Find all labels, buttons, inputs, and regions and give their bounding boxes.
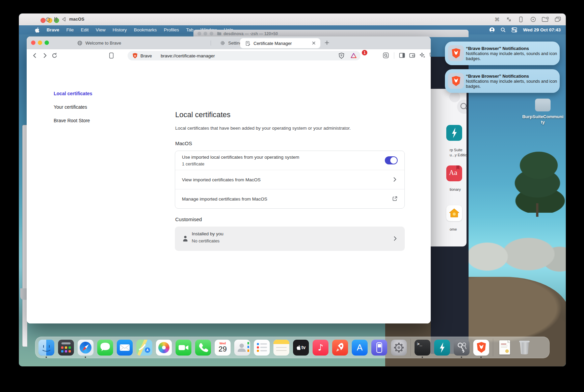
- dock-contacts[interactable]: [234, 340, 250, 356]
- dock-mail[interactable]: [117, 340, 133, 356]
- dock-divider: [410, 339, 411, 356]
- menu-item-file[interactable]: File: [67, 27, 74, 32]
- menu-item-history[interactable]: History: [113, 27, 127, 32]
- dock-calendar[interactable]: Wed 29: [215, 340, 231, 356]
- apple-menu[interactable]: [35, 27, 39, 33]
- sidebar-item-local-certificates[interactable]: Local certificates: [54, 91, 92, 96]
- tab-label: Certificate Manager: [254, 41, 292, 46]
- certificate-manager-page: Local certificates Your certificates Bra…: [27, 62, 431, 323]
- dock-maps[interactable]: [136, 340, 152, 356]
- dock-app-store[interactable]: A: [352, 340, 368, 356]
- window-zoom-button[interactable]: [45, 41, 49, 45]
- power-icon[interactable]: [45, 16, 51, 22]
- url-bar[interactable]: Brave brave://certificate-manager 1: [128, 51, 361, 60]
- dictionary-ios-icon[interactable]: Aa: [446, 165, 462, 181]
- chevron-right-icon: [393, 177, 396, 182]
- command-key-icon[interactable]: ⌘: [495, 17, 500, 23]
- gear-icon: [220, 41, 225, 46]
- dock-notes[interactable]: [273, 340, 289, 356]
- url-text[interactable]: brave://certificate-manager: [161, 53, 215, 58]
- brave-shield-site-icon[interactable]: [132, 53, 138, 59]
- dock-facetime[interactable]: [176, 340, 191, 356]
- user-account-icon[interactable]: [489, 27, 495, 33]
- pine-tree: [505, 147, 566, 213]
- resize-arrows-icon[interactable]: [506, 17, 511, 22]
- installed-by-you-card[interactable]: Installed by you No certificates: [175, 227, 405, 251]
- menu-item-brave[interactable]: Brave: [47, 27, 59, 32]
- view-imported-certificates-row[interactable]: View imported certificates from MacOS: [175, 170, 404, 189]
- reload-button[interactable]: [51, 52, 58, 59]
- notification-banner[interactable]: “Brave Browser” Notifications Notificati…: [445, 42, 560, 65]
- menu-item-profiles[interactable]: Profiles: [164, 27, 179, 32]
- ios-app-label: tionary: [450, 187, 467, 191]
- dock-terminal[interactable]: >_: [415, 340, 430, 356]
- back-button[interactable]: [32, 52, 38, 59]
- pause-icon[interactable]: [54, 17, 58, 22]
- dock-messages[interactable]: [97, 340, 113, 356]
- forward-button[interactable]: [42, 52, 48, 59]
- burpsuite-desktop-icon[interactable]: [535, 99, 551, 111]
- notification-title: “Brave Browser” Notifications: [466, 46, 529, 51]
- window-minimize-button[interactable]: [38, 41, 42, 45]
- tab-certificate-manager[interactable]: Certificate Manager: [240, 38, 320, 48]
- dock-rocket[interactable]: [332, 340, 348, 356]
- sidebar-item-brave-root-store[interactable]: Brave Root Store: [54, 118, 90, 123]
- step-back-icon[interactable]: [61, 17, 66, 22]
- dock-trash[interactable]: [516, 340, 532, 356]
- lake-rocks: [459, 226, 566, 277]
- use-imported-certificates-toggle[interactable]: [385, 156, 398, 164]
- control-center-icon[interactable]: [511, 27, 517, 32]
- vpn-shield-icon[interactable]: [429, 52, 431, 58]
- dock-music[interactable]: ♪: [313, 340, 328, 356]
- brave-shields-icon[interactable]: [339, 53, 344, 59]
- bookmark-icon[interactable]: [109, 52, 114, 59]
- menu-item-bookmarks[interactable]: Bookmarks: [134, 27, 157, 32]
- shared-folder-icon[interactable]: [542, 17, 549, 22]
- spotlight-search-icon[interactable]: [501, 27, 506, 32]
- dock-phone[interactable]: [195, 340, 211, 356]
- dock-burp-suite[interactable]: [434, 340, 450, 356]
- dock-keychain-access[interactable]: [454, 340, 470, 356]
- dock-reminders[interactable]: [254, 340, 270, 356]
- leo-ai-sparkle-icon[interactable]: [419, 52, 426, 58]
- manage-imported-certificates-row[interactable]: Manage imported certificates from MacOS: [175, 189, 404, 208]
- terminal-window-titlebar[interactable]: desdinova — -zsh — 120×50: [193, 30, 469, 37]
- sidebar-item-your-certificates[interactable]: Your certificates: [54, 104, 87, 110]
- dock-safari[interactable]: [78, 340, 94, 356]
- sidebar-panel-icon[interactable]: [399, 52, 405, 58]
- dock: Wed 29: [35, 337, 550, 358]
- dock-apple-tv[interactable]: tv: [293, 340, 309, 356]
- dock-finder[interactable]: [38, 340, 54, 356]
- terminal-prompt-glyph: >_: [417, 342, 422, 347]
- menu-bar-clock[interactable]: Wed 29 Oct 07:43: [523, 27, 561, 32]
- iphone-screen: rp Suite u...y Edition Aa tionary ome: [431, 89, 467, 246]
- brave-rewards-icon[interactable]: [350, 53, 357, 59]
- home-ios-icon[interactable]: [446, 205, 462, 221]
- dock-certificate-file[interactable]: [497, 340, 513, 356]
- disc-icon[interactable]: [530, 17, 536, 22]
- desktop-icon-label[interactable]: BurpSuiteCommunity: [522, 114, 564, 125]
- notification-banner[interactable]: “Brave Browser” Notifications Notificati…: [445, 69, 560, 93]
- menu-item-tab[interactable]: Tab: [186, 27, 193, 32]
- dock-brave-browser[interactable]: [473, 340, 489, 356]
- ios-search-icon[interactable]: [457, 100, 467, 114]
- site-name: Brave: [140, 53, 152, 58]
- vm-window-title: macOS: [69, 17, 84, 22]
- dock-photos[interactable]: [156, 340, 172, 356]
- wallet-icon[interactable]: [409, 52, 415, 58]
- row-label: Manage imported certificates from MacOS: [182, 197, 267, 202]
- usb-device-icon[interactable]: [519, 17, 523, 22]
- burp-suite-ios-icon[interactable]: [446, 125, 462, 141]
- search-in-box-icon[interactable]: [383, 52, 389, 58]
- window-close-button[interactable]: [31, 41, 35, 45]
- new-tab-button[interactable]: [324, 40, 329, 45]
- calendar-day: 29: [215, 345, 231, 353]
- menu-item-view[interactable]: View: [96, 27, 106, 32]
- dock-system-settings[interactable]: [391, 340, 407, 356]
- tab-welcome[interactable]: Welcome to Brave: [77, 36, 121, 49]
- tab-close-icon[interactable]: [312, 41, 316, 45]
- menu-item-edit[interactable]: Edit: [81, 27, 88, 32]
- multi-window-icon[interactable]: [555, 17, 561, 22]
- dock-remote-device[interactable]: [371, 340, 387, 356]
- dock-launchpad[interactable]: [58, 340, 74, 356]
